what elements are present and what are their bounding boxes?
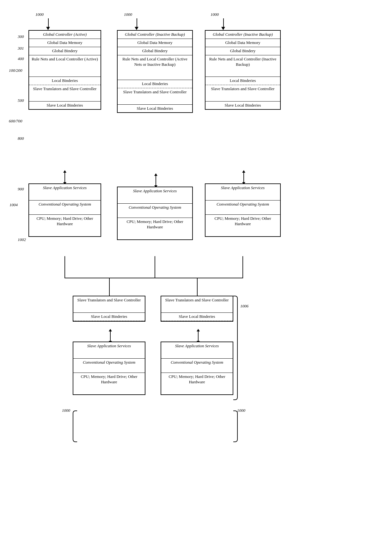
node1-row6: Slave Translators and Slave Controller [29,85,101,102]
ref-300: 300 [18,34,24,39]
arrowhead-2 [135,27,138,30]
node5-lower: Slave Application Services Conventional … [161,342,233,395]
node4-lower: Slave Application Services Conventional … [73,342,145,395]
node2-row5: Local Binderies [118,80,192,88]
node4: Slave Translators and Slave Controller S… [73,296,145,322]
arrow-down-1 [48,18,49,28]
node1-row7: Slave Local Binderies [29,102,101,109]
node1-row2: Global Data Memory [29,39,101,47]
node1-row1: Global Controller (Active) [29,31,101,39]
vline-node2 [155,256,155,278]
ref-800: 800 [18,136,24,141]
node2-row3: Global Bindery [118,47,192,55]
node4-row2: Slave Local Binderies [73,313,145,321]
ref-500: 500 [18,98,24,103]
node1-lower-row2: Conventional Operating System [29,201,101,215]
node2-row1: Global Controller (Inactive Backup) [118,31,192,39]
hbus-line [64,278,243,278]
node5-row2: Slave Local Binderies [161,313,233,321]
node3-row2: Global Data Memory [205,39,280,47]
arrowhead-3 [221,27,225,30]
bracket-bl [73,410,77,442]
bracket-right [233,296,238,400]
arrow-down-2 [137,18,137,28]
node3-row5: Local Binderies [205,77,280,85]
node3-lower: Slave Application Services Conventional … [205,183,281,237]
node2-lower-row3: CPU; Memory; Hard Drive; Other Hardware [118,218,192,239]
node1-lower-row3: CPU; Memory; Hard Drive; Other Hardware [29,215,101,236]
double-arrow-3 [242,170,245,185]
node1-lower: Slave Application Services Conventional … [28,183,101,237]
node1-row5: Local Binderies [29,77,101,85]
diagram: 1000 1000 1000 300 301 400 100/200 500 6… [0,0,392,537]
ref-1000-top1: 1000 [35,12,44,17]
ref-900: 900 [18,187,24,192]
node3-row3: Global Bindery [205,47,280,55]
node5-lower-row1: Slave Application Services [161,342,233,359]
node2-lower-row1: Slave Application Services [118,187,192,204]
node3-row6: Slave Translators and Slave Controller [205,85,280,102]
vline-node1 [64,256,65,278]
ref-1002: 1002 [18,237,26,242]
node3-lower-row1: Slave Application Services [205,184,280,201]
node2-row6: Slave Translators and Slave Controller [118,88,192,105]
ref-400: 400 [18,56,24,61]
node2-row2: Global Data Memory [118,39,192,47]
double-arrow-1 [63,170,66,185]
node1-row3: Global Bindery [29,47,101,55]
node1-row4: Rule Nets and Local Controller (Active) [29,55,101,77]
vline-bus-node4 [109,278,110,297]
node2-lower: Slave Application Services Conventional … [117,187,193,240]
vline-node3 [242,256,243,278]
ref-1000-bl: 1000 [62,408,70,413]
node5-row1: Slave Translators and Slave Controller [161,296,233,313]
ref-100-200: 100/200 [9,68,22,73]
ref-1000-br: 1000 [237,408,245,413]
node3-lower-row3: CPU; Memory; Hard Drive; Other Hardware [205,215,280,236]
node3-row4: Rule Nets and Local Controller (Inactive… [205,55,280,77]
node3-row1: Global Controller (Inactive Backup) [205,31,280,39]
node3: Global Controller (Inactive Backup) Glob… [205,30,281,110]
node4-lower-row1: Slave Application Services [73,342,145,359]
ref-1000-top3: 1000 [211,12,219,17]
node1-lower-row1: Slave Application Services [29,184,101,201]
arrowhead-1 [46,27,50,30]
node2-row7: Slave Local Binderies [118,105,192,113]
ref-600-700: 600/700 [9,119,22,124]
ref-1000-top2: 1000 [124,12,132,17]
node3-lower-row2: Conventional Operating System [205,201,280,215]
node1: Global Controller (Active) Global Data M… [28,30,101,110]
node5-lower-row2: Conventional Operating System [161,359,233,373]
node2-lower-row2: Conventional Operating System [118,204,192,218]
node5: Slave Translators and Slave Controller S… [161,296,233,322]
bracket-br [233,410,238,442]
ref-1004: 1004 [9,202,18,207]
vline-bus-node5 [197,278,198,297]
node4-lower-row3: CPU; Memory; Hard Drive; Other Hardware [73,373,145,394]
node2-row4: Rule Nets and Local Controller (Active N… [118,55,192,80]
double-arrow-2 [154,173,157,188]
ref-301: 301 [18,46,24,51]
ref-1006: 1006 [240,304,248,309]
node4-row1: Slave Translators and Slave Controller [73,296,145,313]
node2: Global Controller (Inactive Backup) Glob… [117,30,193,113]
node5-lower-row3: CPU; Memory; Hard Drive; Other Hardware [161,373,233,394]
arrow-down-3 [223,18,224,28]
node4-lower-row2: Conventional Operating System [73,359,145,373]
node3-row7: Slave Local Binderies [205,102,280,109]
